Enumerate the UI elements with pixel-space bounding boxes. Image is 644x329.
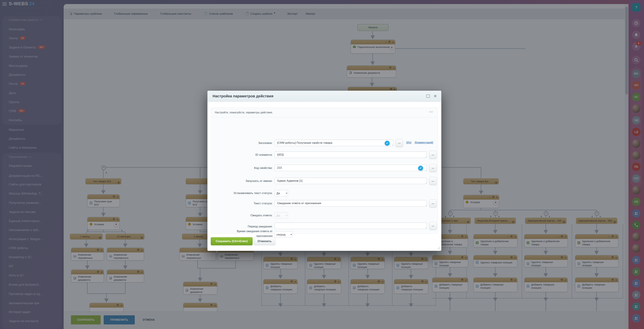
field-label-property-code: Код свойства: xyxy=(215,166,272,170)
wait-period-more-button[interactable]: ... xyxy=(429,222,437,230)
wait-period-unit-select[interactable]: секунд xyxy=(274,231,293,238)
field-label-wait-response: Ожидать ответа: xyxy=(215,213,272,218)
run-as-more-button[interactable]: ... xyxy=(429,177,437,185)
set-status-text-select[interactable]: Да xyxy=(274,190,288,196)
status-text-input[interactable] xyxy=(274,200,427,207)
maximize-icon[interactable] xyxy=(426,94,430,98)
title-more-button[interactable]: ... xyxy=(396,139,403,147)
status-text-more-button[interactable]: ... xyxy=(429,199,437,208)
valid-check-icon: ✓ xyxy=(384,140,390,146)
field-label-status-text: Текст статуса: xyxy=(215,201,272,206)
property-code-more-button[interactable]: ... xyxy=(429,164,437,172)
id-link[interactable]: [Ид] xyxy=(406,141,411,144)
property-code-input[interactable] xyxy=(274,165,427,171)
dialog-settings-panel: Настройте, пожалуйста, параметры действи… xyxy=(211,108,438,234)
dialog-title: Настройка параметров действия xyxy=(212,91,273,102)
valid-check-icon: ✓ xyxy=(418,165,424,171)
wait-response-select: Да xyxy=(274,212,288,219)
field-label-set-status-text: Устанавливать текст статуса: xyxy=(215,191,272,196)
field-label-wait-period: Период ожидания: Время ожидания ответа о… xyxy=(215,224,272,238)
application-root: S-WEBS24 Совместная работаКалендарьЛента… xyxy=(0,0,644,329)
close-icon[interactable]: × xyxy=(434,93,437,99)
cancel-button[interactable]: Отменить xyxy=(254,237,276,245)
title-input[interactable] xyxy=(274,140,394,146)
field-label-run-as: Запускать от имени: xyxy=(215,179,272,183)
element-id-more-button[interactable]: ... xyxy=(429,151,437,159)
more-menu-icon[interactable]: ... xyxy=(429,109,433,113)
run-as-input[interactable] xyxy=(274,178,427,184)
dialog-resize-grip[interactable] xyxy=(438,247,440,249)
dialog-hint: Настройте, пожалуйста, параметры действи… xyxy=(215,108,273,117)
field-label-element-id: ID элемента: xyxy=(215,153,272,157)
save-button[interactable]: Сохранить (Ctrl+Enter) xyxy=(211,237,252,245)
comment-link[interactable]: [Комментарий] xyxy=(415,141,433,144)
field-label-title: Заголовок: xyxy=(215,141,272,145)
action-settings-dialog: Настройка параметров действия × Настройт… xyxy=(207,91,442,251)
dialog-titlebar: Настройка параметров действия × xyxy=(208,91,441,102)
element-id-input[interactable] xyxy=(274,151,427,158)
wait-period-input[interactable] xyxy=(274,223,427,229)
